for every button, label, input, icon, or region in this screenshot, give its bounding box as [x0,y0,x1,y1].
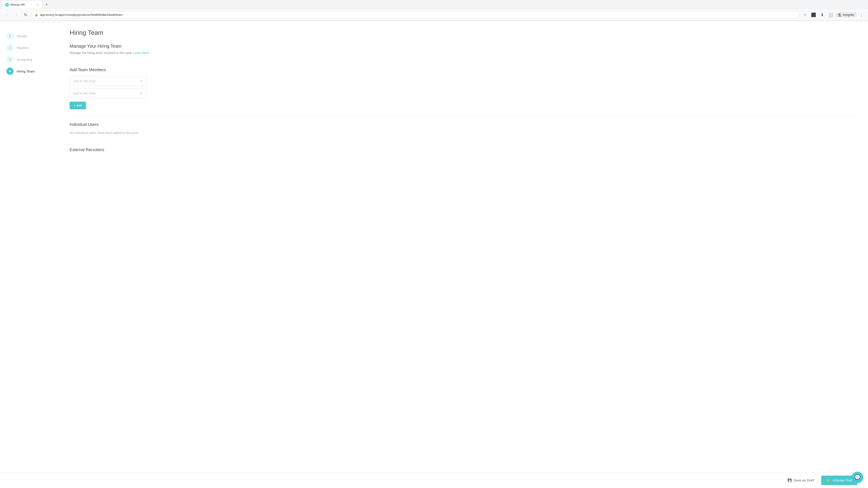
address-bar[interactable]: 🔒 [31,11,799,19]
ext-recruiters-section: External Recruiters [70,148,857,152]
new-tab-button[interactable]: + [43,1,50,8]
add-team-section: Add Team Members Add to this Pool ▼ Add … [70,68,857,109]
activate-icon: ⚡ [826,478,831,479]
sidebar: 1 Details 2 Pipeline 3 Screening 4 Hirin… [0,21,59,478]
tab-title: Breezy HR [11,3,25,6]
page-title: Hiring Team [70,29,857,36]
url-input[interactable] [40,13,796,17]
lock-icon: 🔒 [35,13,38,17]
learn-more-link[interactable]: Learn More [133,51,149,55]
back-button[interactable]: ← [3,11,10,19]
main-content: Hiring Team Manage Your Hiring Team Mana… [59,21,868,478]
more-menu-button[interactable]: ⋮ [858,11,865,19]
sidebar-item-screening[interactable]: 3 Screening [4,54,54,65]
ext-recruiters-title: External Recruiters [70,148,857,152]
section-divider-1 [70,61,857,61]
role-dropdown-arrow: ▼ [140,92,143,95]
sidebar-toggle-button[interactable]: ⬜ [827,11,835,19]
pool-dropdown-arrow: ▼ [140,79,143,83]
sidebar-label-pipeline: Pipeline [17,46,29,50]
sidebar-item-pipeline[interactable]: 2 Pipeline [4,42,54,54]
pool-placeholder: Add to this Pool [73,79,140,83]
sidebar-label-details: Details [17,34,27,38]
save-draft-button[interactable]: 💾 Save as Draft [784,477,818,479]
step-circle-4: 4 [6,68,13,75]
role-placeholder: Add to this Role [73,92,140,95]
page-container: 1 Details 2 Pipeline 3 Screening 4 Hirin… [0,21,868,478]
step-circle-3: 3 [6,56,13,63]
section-divider-2 [70,116,857,116]
sidebar-item-details[interactable]: 1 Details [4,30,54,42]
bookmark-button[interactable]: ☆ [801,11,809,19]
manage-section-title: Manage Your Hiring Team [70,43,857,49]
active-tab[interactable]: B Breezy HR × [2,0,42,8]
step-circle-2: 2 [6,44,13,51]
add-to-pool-dropdown[interactable]: Add to this Pool ▼ [70,76,147,86]
incognito-badge: 🕵️ Incognito [835,12,857,18]
forward-button[interactable]: → [12,11,20,19]
manage-section: Manage Your Hiring Team Manage the hirin… [70,43,857,55]
individual-users-section: Individual Users No individual users hav… [70,122,857,135]
add-to-role-dropdown[interactable]: Add to this Role ▼ [70,89,147,98]
add-member-button[interactable]: + Add [70,102,86,109]
bottom-bar: 💾 Save as Draft ⚡ Activate Pool [0,472,868,478]
add-team-title: Add Team Members [70,68,857,72]
step-circle-1: 1 [6,32,13,39]
tab-favicon: B [5,3,9,6]
nav-actions: ☆ ⬛ ⬇ ⬜ 🕵️ Incognito ⋮ [801,11,865,19]
extensions-button[interactable]: ⬛ [810,11,817,19]
download-button[interactable]: ⬇ [818,11,826,19]
sidebar-label-screening: Screening [17,58,32,61]
tab-close-button[interactable]: × [35,3,39,6]
tabs-bar: B Breezy HR × + [0,0,868,9]
individual-users-title: Individual Users [70,122,857,127]
refresh-button[interactable]: ↻ [22,11,29,19]
sidebar-label-hiring-team: Hiring Team [17,69,35,73]
incognito-icon: 🕵️ [838,13,842,17]
incognito-label: Incognito [843,13,854,17]
nav-bar: ← → ↻ 🔒 ☆ ⬛ ⬇ ⬜ 🕵️ Incognito ⋮ [0,9,868,21]
no-users-text: No individual users have been added to t… [70,131,857,135]
sidebar-item-hiring-team[interactable]: 4 Hiring Team [4,65,54,77]
save-icon: 💾 [787,478,792,479]
manage-section-desc: Manage the hiring team involved in this … [70,51,857,55]
